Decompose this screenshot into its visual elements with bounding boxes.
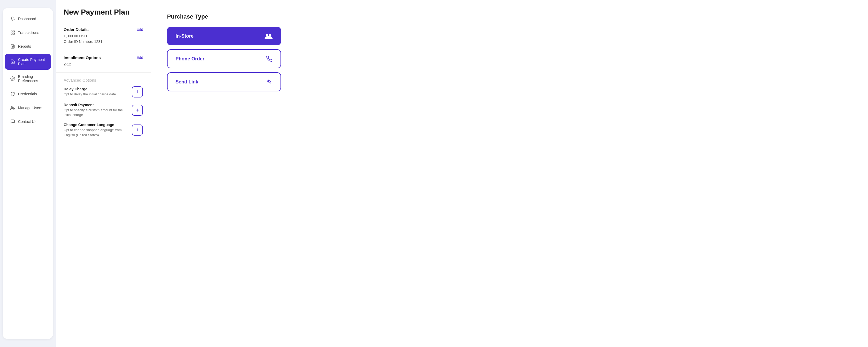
home-icon <box>10 30 16 35</box>
sidebar-item-reports-label: Reports <box>18 44 31 48</box>
page-title: New Payment Plan <box>64 8 143 16</box>
in-store-label: In-Store <box>176 33 193 39</box>
installment-options-section: Installment Options Edit 2-12 <box>56 50 151 73</box>
svg-rect-2 <box>13 33 14 34</box>
svg-point-9 <box>11 106 13 108</box>
users-icon <box>10 105 16 110</box>
order-details-section: Order Details Edit 1,000.00 USD Order ID… <box>56 22 151 50</box>
main-content: New Payment Plan Order Details Edit 1,00… <box>56 0 868 347</box>
order-details-title: Order Details <box>64 27 89 32</box>
delay-charge-text: Delay Charge Opt to delay the initial ch… <box>64 87 128 97</box>
change-language-desc: Opt to change shopper language from Engl… <box>64 128 128 137</box>
installment-options-edit-button[interactable]: Edit <box>136 55 143 60</box>
send-link-button[interactable]: Send Link <box>167 72 281 92</box>
sidebar-item-dashboard-label: Dashboard <box>18 17 36 21</box>
deposit-payment-row: Deposit Payment Opt to specify a custom … <box>64 103 143 117</box>
phone-order-icon <box>266 56 273 62</box>
plus-icon-3: + <box>136 127 139 134</box>
sidebar-item-branding-preferences[interactable]: Branding Preferences <box>5 71 51 86</box>
delay-charge-row: Delay Charge Opt to delay the initial ch… <box>64 86 143 98</box>
change-language-title: Change Customer Language <box>64 123 128 127</box>
delay-charge-add-button[interactable]: + <box>132 86 143 98</box>
svg-point-11 <box>269 34 271 37</box>
svg-rect-1 <box>13 31 14 32</box>
svg-rect-0 <box>11 31 12 32</box>
delay-charge-title: Delay Charge <box>64 87 128 91</box>
bell-icon <box>10 16 16 22</box>
deposit-payment-desc: Opt to specify a custom amount for the i… <box>64 108 128 117</box>
sidebar-item-dashboard[interactable]: Dashboard <box>5 12 51 25</box>
sidebar-item-manage-users[interactable]: Manage Users <box>5 101 51 114</box>
left-panel: New Payment Plan Order Details Edit 1,00… <box>56 0 151 347</box>
purchase-type-title: Purchase Type <box>167 13 852 20</box>
deposit-payment-text: Deposit Payment Opt to specify a custom … <box>64 103 128 117</box>
order-amount: 1,000.00 USD <box>64 33 143 39</box>
sidebar-item-branding-preferences-label: Branding Preferences <box>18 74 45 83</box>
sidebar-item-credentials[interactable]: Credentials <box>5 88 51 100</box>
installment-options-header: Installment Options Edit <box>64 55 143 60</box>
sidebar-item-reports[interactable]: Reports <box>5 40 51 53</box>
sidebar-item-contact-us[interactable]: Contact Us <box>5 115 51 128</box>
sidebar-card: Dashboard Transactions Repor <box>3 8 53 339</box>
phone-order-button[interactable]: Phone Order <box>167 49 281 68</box>
sidebar-item-transactions[interactable]: Transactions <box>5 26 51 39</box>
sidebar-item-create-payment-plan-label: Create Payment Plan <box>18 58 45 66</box>
sidebar-item-transactions-label: Transactions <box>18 31 39 35</box>
sidebar-item-contact-us-label: Contact Us <box>18 119 36 124</box>
sidebar-item-create-payment-plan[interactable]: Create Payment Plan <box>5 54 51 70</box>
plus-icon: + <box>136 89 139 95</box>
svg-point-10 <box>266 34 268 37</box>
document-icon <box>10 59 16 64</box>
in-store-icon <box>265 33 273 39</box>
svg-rect-3 <box>11 33 12 34</box>
send-link-icon <box>265 79 273 85</box>
shield-icon <box>10 92 16 97</box>
sidebar: Dashboard Transactions Repor <box>0 0 56 347</box>
in-store-button[interactable]: In-Store <box>167 27 281 45</box>
svg-point-8 <box>12 78 13 79</box>
installment-options-value: 2-12 <box>64 62 143 67</box>
panel-header: New Payment Plan <box>56 0 151 22</box>
file-icon <box>10 44 16 49</box>
gear-icon <box>10 76 16 81</box>
delay-charge-desc: Opt to delay the initial charge date <box>64 92 128 97</box>
advanced-options-section: Advanced Options Delay Charge Opt to del… <box>56 73 151 145</box>
installment-options-title: Installment Options <box>64 55 101 60</box>
change-language-row: Change Customer Language Opt to change s… <box>64 123 143 137</box>
deposit-payment-title: Deposit Payment <box>64 103 128 107</box>
chat-icon <box>10 119 16 124</box>
order-details-edit-button[interactable]: Edit <box>136 27 143 32</box>
sidebar-item-credentials-label: Credentials <box>18 92 37 96</box>
change-language-text: Change Customer Language Opt to change s… <box>64 123 128 137</box>
order-details-header: Order Details Edit <box>64 27 143 32</box>
advanced-options-title: Advanced Options <box>64 78 143 82</box>
order-id: Order ID Number: 1231 <box>64 39 143 44</box>
send-link-label: Send Link <box>176 79 198 85</box>
plus-icon-2: + <box>136 107 139 114</box>
right-panel: Purchase Type In-Store Phone Order <box>151 0 868 347</box>
phone-order-label: Phone Order <box>176 56 205 62</box>
purchase-options: In-Store Phone Order <box>167 27 281 92</box>
sidebar-item-manage-users-label: Manage Users <box>18 106 42 110</box>
deposit-payment-add-button[interactable]: + <box>132 105 143 116</box>
change-language-add-button[interactable]: + <box>132 125 143 136</box>
